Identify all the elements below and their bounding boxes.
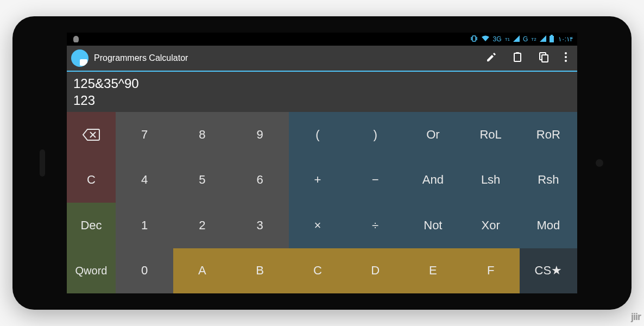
sim2-label: T2 [531, 37, 536, 42]
divide-button[interactable]: ÷ [346, 203, 404, 248]
digit-9-button[interactable]: 9 [231, 112, 289, 158]
base-button[interactable]: Dec [67, 203, 116, 248]
hex-d-button[interactable]: D [346, 248, 404, 294]
hex-a-button[interactable]: A [173, 248, 231, 294]
phone-frame: 3G T1 G T2 ١٠:١۴ Programmers Calculator [12, 16, 632, 310]
svg-rect-2 [551, 35, 553, 36]
vibrate-icon [470, 35, 478, 44]
hex-f-button[interactable]: F [462, 248, 520, 294]
rsh-button[interactable]: Rsh [520, 158, 577, 203]
overflow-menu-icon[interactable] [564, 52, 567, 65]
action-bar: Programmers Calculator [67, 46, 577, 72]
svg-rect-1 [550, 36, 554, 42]
digit-5-button[interactable]: 5 [173, 158, 231, 203]
copy-icon[interactable] [538, 52, 549, 65]
hex-b-button[interactable]: B [231, 248, 289, 294]
ror-button[interactable]: RoR [520, 112, 577, 158]
app-title: Programmers Calculator [94, 53, 486, 63]
watermark: jiir [631, 311, 641, 323]
digit-0-button[interactable]: 0 [116, 248, 173, 294]
svg-point-7 [565, 52, 567, 54]
network-2-label: G [523, 35, 528, 43]
clear-button[interactable]: C [67, 158, 116, 203]
mod-button[interactable]: Mod [520, 203, 577, 248]
svg-rect-0 [472, 36, 476, 41]
hex-c-button[interactable]: C [289, 248, 346, 294]
app-icon [71, 49, 89, 67]
result-line: 123 [73, 92, 571, 109]
network-1-label: 3G [493, 35, 502, 43]
digit-2-button[interactable]: 2 [173, 203, 231, 248]
clock-label: ١٠:١۴ [558, 35, 573, 43]
rparen-button[interactable]: ) [346, 112, 404, 158]
lsh-button[interactable]: Lsh [462, 158, 520, 203]
signal-1-icon [513, 35, 520, 43]
svg-point-9 [565, 60, 567, 62]
phone-speaker [40, 149, 45, 177]
status-bar: 3G T1 G T2 ١٠:١۴ [67, 33, 577, 46]
digit-3-button[interactable]: 3 [231, 203, 289, 248]
calc-display: 125&35^90 123 [67, 72, 577, 112]
rol-button[interactable]: RoL [462, 112, 520, 158]
multiply-button[interactable]: × [289, 203, 346, 248]
screen: 3G T1 G T2 ١٠:١۴ Programmers Calculator [67, 33, 577, 293]
sim1-label: T1 [505, 37, 510, 42]
wifi-icon [481, 35, 490, 43]
cs-star-button[interactable]: CS★ [520, 248, 577, 294]
plus-button[interactable]: + [289, 158, 346, 203]
xor-button[interactable]: Xor [462, 203, 520, 248]
edit-icon[interactable] [486, 52, 497, 65]
svg-rect-6 [542, 55, 548, 62]
signal-2-icon [540, 35, 546, 43]
hex-e-button[interactable]: E [404, 248, 462, 294]
svg-rect-4 [516, 52, 519, 54]
or-button[interactable]: Or [404, 112, 462, 158]
paste-icon[interactable] [512, 52, 523, 65]
and-button[interactable]: And [404, 158, 462, 203]
lparen-button[interactable]: ( [289, 112, 346, 158]
digit-7-button[interactable]: 7 [116, 112, 173, 158]
expression-line: 125&35^90 [73, 75, 571, 92]
keypad: 7 8 9 ( ) Or RoL RoR C 4 5 6 + − And Lsh… [67, 112, 577, 293]
phone-camera [596, 159, 603, 167]
not-button[interactable]: Not [404, 203, 462, 248]
digit-1-button[interactable]: 1 [116, 203, 173, 248]
backspace-button[interactable] [67, 112, 116, 158]
debug-icon [71, 35, 81, 44]
svg-point-8 [565, 56, 567, 58]
minus-button[interactable]: − [346, 158, 404, 203]
digit-4-button[interactable]: 4 [116, 158, 173, 203]
wordsize-button[interactable]: Qword [67, 248, 116, 294]
svg-rect-3 [514, 53, 521, 61]
battery-icon [550, 35, 554, 44]
digit-6-button[interactable]: 6 [231, 158, 289, 203]
digit-8-button[interactable]: 8 [173, 112, 231, 158]
